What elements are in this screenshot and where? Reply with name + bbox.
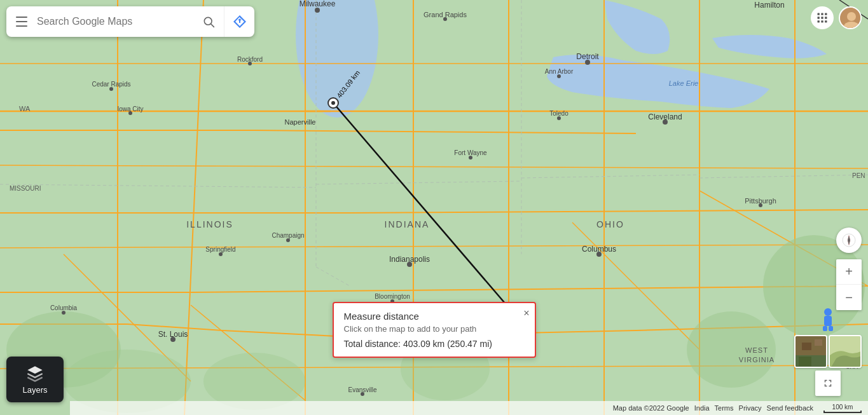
grid-icon — [816, 11, 829, 24]
svg-text:Lake Erie: Lake Erie — [669, 79, 698, 87]
layers-icon — [26, 365, 44, 383]
svg-rect-126 — [799, 357, 811, 366]
map-data-label: Map data ©2022 Google — [613, 404, 689, 412]
svg-text:VIRGINIA: VIRGINIA — [739, 356, 775, 364]
svg-text:Rockford: Rockford — [237, 56, 263, 63]
send-feedback-link[interactable]: Send feedback — [767, 404, 813, 412]
india-link[interactable]: India — [694, 404, 710, 412]
svg-rect-121 — [829, 326, 833, 331]
svg-text:Evansville: Evansville — [348, 386, 376, 393]
svg-text:OHIO: OHIO — [596, 219, 624, 229]
zoom-in-button[interactable]: + — [836, 259, 862, 285]
search-bar — [6, 6, 254, 37]
user-avatar[interactable] — [839, 6, 862, 29]
bottom-right-controls — [794, 307, 862, 396]
svg-rect-105 — [825, 13, 827, 15]
svg-rect-111 — [825, 20, 827, 22]
scale-line — [823, 411, 862, 413]
svg-text:Iowa City: Iowa City — [117, 105, 143, 112]
search-button[interactable] — [193, 6, 224, 37]
apps-grid-button[interactable] — [811, 6, 834, 29]
svg-text:Grand Rapids: Grand Rapids — [424, 11, 467, 18]
svg-text:Naperville: Naperville — [285, 118, 316, 126]
search-input[interactable] — [37, 16, 193, 27]
svg-text:Detroit: Detroit — [576, 52, 599, 61]
zoom-controls: + − — [836, 259, 862, 310]
compass-icon — [841, 233, 857, 248]
svg-point-44 — [315, 8, 320, 13]
measure-popup: × Measure distance Click on the map to a… — [333, 302, 536, 358]
svg-text:Toledo: Toledo — [549, 110, 568, 117]
svg-rect-120 — [823, 326, 827, 331]
pegman-icon — [819, 308, 837, 331]
svg-text:PEN: PEN — [852, 172, 865, 179]
svg-text:Champaign: Champaign — [272, 232, 304, 239]
svg-text:ILLINOIS: ILLINOIS — [186, 219, 233, 229]
svg-text:Indianapolis: Indianapolis — [389, 255, 430, 264]
privacy-link[interactable]: Privacy — [739, 404, 762, 412]
attribution-bar: Map data ©2022 Google India Terms Privac… — [70, 401, 868, 415]
satellite-btn[interactable] — [794, 335, 827, 368]
svg-text:Hamilton: Hamilton — [754, 1, 784, 10]
directions-button[interactable] — [224, 6, 254, 37]
svg-text:Cedar Rapids: Cedar Rapids — [92, 81, 130, 88]
close-button[interactable]: × — [523, 308, 529, 318]
layers-label: Layers — [22, 385, 47, 395]
avatar-image — [840, 8, 862, 29]
svg-point-96 — [331, 101, 335, 105]
svg-rect-124 — [802, 343, 811, 350]
scale-label: 100 km — [832, 404, 853, 411]
terrain-btn[interactable] — [829, 335, 862, 368]
svg-text:MISSOURI: MISSOURI — [10, 185, 41, 192]
svg-text:Ann Arbor: Ann Arbor — [545, 68, 574, 75]
svg-rect-104 — [821, 13, 823, 15]
svg-rect-106 — [818, 17, 820, 18]
svg-text:Springfield: Springfield — [205, 246, 235, 253]
map-type-row — [794, 335, 862, 368]
svg-text:Pittsburgh: Pittsburgh — [745, 197, 776, 205]
svg-text:Columbia: Columbia — [50, 304, 78, 311]
svg-text:WEST: WEST — [745, 346, 768, 354]
svg-text:INDIANA: INDIANA — [385, 219, 430, 229]
svg-rect-109 — [818, 20, 820, 22]
svg-rect-119 — [824, 316, 832, 326]
svg-text:WA: WA — [19, 105, 31, 112]
svg-point-118 — [824, 308, 832, 316]
fullscreen-button[interactable] — [815, 371, 841, 396]
terms-link[interactable]: Terms — [715, 404, 734, 412]
popup-distance: Total distance: 403.09 km (250.47 mi) — [344, 339, 525, 349]
svg-rect-110 — [821, 20, 823, 22]
pegman-button[interactable] — [815, 307, 841, 332]
svg-point-113 — [847, 12, 856, 21]
map-container[interactable]: Milwaukee Grand Rapids Hamilton Detroit … — [0, 0, 868, 415]
svg-text:Bloomington: Bloomington — [375, 293, 410, 300]
svg-text:Cleveland: Cleveland — [648, 112, 682, 121]
svg-rect-108 — [825, 17, 827, 18]
menu-button[interactable] — [6, 6, 37, 37]
svg-text:Columbus: Columbus — [582, 245, 616, 254]
svg-text:Fort Wayne: Fort Wayne — [454, 149, 487, 156]
search-icon — [202, 15, 215, 28]
svg-text:St. Louis: St. Louis — [158, 330, 188, 339]
svg-rect-103 — [818, 13, 820, 15]
svg-rect-125 — [815, 339, 822, 346]
layers-button[interactable]: Layers — [6, 357, 64, 402]
expand-icon — [822, 378, 834, 389]
popup-title: Measure distance — [344, 311, 525, 322]
scale-bar: 100 km — [823, 404, 862, 413]
svg-rect-107 — [821, 17, 823, 18]
compass-button[interactable] — [836, 228, 862, 253]
svg-line-102 — [211, 24, 214, 27]
zoom-out-button[interactable]: − — [836, 285, 862, 310]
user-area — [811, 6, 862, 29]
directions-icon — [232, 14, 247, 29]
svg-text:Milwaukee: Milwaukee — [300, 0, 336, 8]
popup-hint: Click on the map to add to your path — [344, 324, 525, 334]
hamburger-icon — [16, 17, 27, 27]
